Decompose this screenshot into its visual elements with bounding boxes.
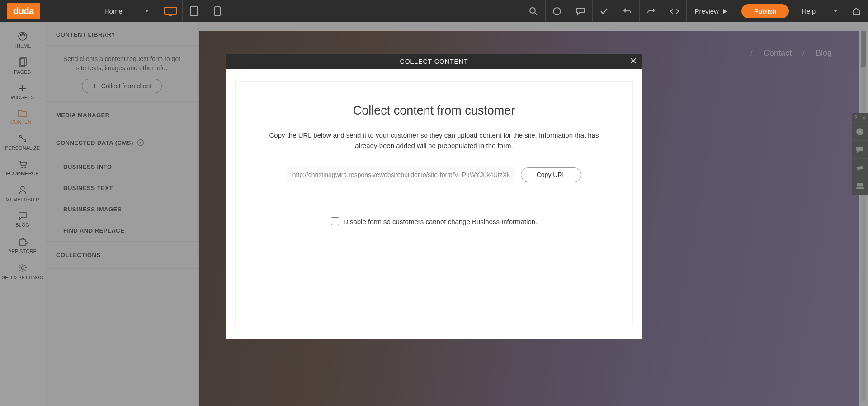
check-icon xyxy=(599,7,609,16)
url-input[interactable] xyxy=(287,167,515,182)
help-label: Help xyxy=(802,7,816,15)
search-button[interactable] xyxy=(522,0,545,22)
modal-title: COLLECT CONTENT xyxy=(400,58,468,65)
code-icon xyxy=(670,7,679,16)
redo-button[interactable] xyxy=(639,0,663,22)
check-button[interactable] xyxy=(592,0,616,22)
search-icon xyxy=(529,7,538,16)
comment-icon xyxy=(576,7,585,16)
page-dropdown-label: Home xyxy=(104,7,123,15)
mobile-icon xyxy=(214,6,221,16)
device-mobile-button[interactable] xyxy=(206,0,229,22)
undo-button[interactable] xyxy=(616,0,639,22)
info-button[interactable] xyxy=(545,0,569,22)
disable-form-checkbox[interactable] xyxy=(331,217,339,225)
preview-label: Preview xyxy=(695,7,719,15)
device-tablet-button[interactable] xyxy=(182,0,206,22)
help-dropdown[interactable]: Help xyxy=(794,0,844,22)
svg-line-5 xyxy=(535,13,537,15)
svg-marker-9 xyxy=(723,9,727,14)
play-icon xyxy=(722,9,728,14)
page-dropdown[interactable]: Home xyxy=(94,0,159,22)
modal-heading: Collect content from customer xyxy=(263,104,605,118)
devmode-button[interactable] xyxy=(663,0,686,22)
chevron-down-icon xyxy=(834,10,837,12)
close-icon xyxy=(630,57,637,64)
svg-point-4 xyxy=(530,8,535,13)
collect-content-modal: COLLECT CONTENT Collect content from cus… xyxy=(226,54,642,339)
comments-button[interactable] xyxy=(569,0,592,22)
device-desktop-button[interactable] xyxy=(159,0,182,22)
redo-icon xyxy=(646,7,656,16)
modal-description: Copy the URL below and send it to your c… xyxy=(263,130,605,151)
preview-button[interactable]: Preview xyxy=(686,0,736,22)
desktop-icon xyxy=(164,7,177,16)
chevron-down-icon xyxy=(145,10,149,12)
svg-rect-3 xyxy=(215,7,220,16)
disable-form-label[interactable]: Disable form so customers cannot change … xyxy=(344,218,538,225)
home-icon xyxy=(852,7,861,16)
divider xyxy=(263,201,605,201)
modal-close-button[interactable] xyxy=(630,57,637,66)
copy-url-button[interactable]: Copy URL xyxy=(521,167,582,182)
svg-rect-0 xyxy=(165,7,176,14)
tablet-icon xyxy=(190,6,198,16)
svg-rect-2 xyxy=(190,7,198,16)
publish-button[interactable]: Publish xyxy=(741,4,789,18)
logo: duda xyxy=(7,3,40,19)
modal-overlay: COLLECT CONTENT Collect content from cus… xyxy=(0,22,868,406)
dashboard-button[interactable] xyxy=(844,0,868,22)
info-icon xyxy=(552,7,561,16)
undo-icon xyxy=(623,7,632,16)
svg-point-8 xyxy=(557,9,557,10)
